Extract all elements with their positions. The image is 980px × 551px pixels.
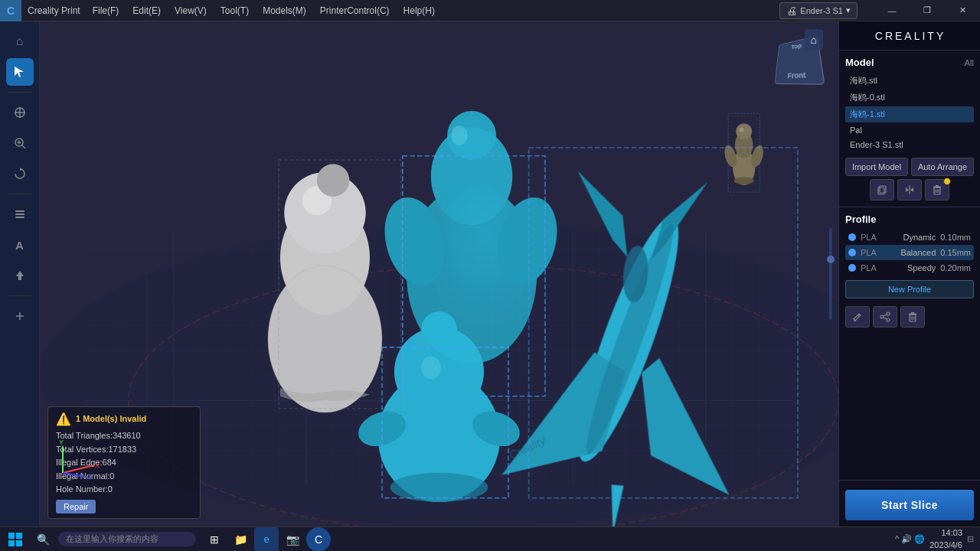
model-all-action[interactable]: All <box>965 58 974 67</box>
svg-point-50 <box>736 123 752 139</box>
model-list: 海鸥.stl 海鸥-0.stl 海鸥-1.stl Pal Ender-3 S1.… <box>845 73 974 152</box>
menu-tool[interactable]: Tool(T) <box>214 2 255 19</box>
svg-rect-62 <box>878 187 884 194</box>
menu-edit[interactable]: Edit(E) <box>126 2 167 19</box>
menu-models[interactable]: Models(M) <box>256 2 312 19</box>
model-item-3[interactable]: Pal <box>845 123 974 137</box>
svg-marker-65 <box>906 187 909 192</box>
start-slice-button[interactable]: Start Slice <box>845 490 974 520</box>
menu-help[interactable]: Help(H) <box>397 2 441 19</box>
tool-zoom[interactable] <box>6 129 34 157</box>
delete-model-button[interactable] <box>925 179 949 201</box>
zoom-controls <box>829 228 832 320</box>
profile-item-2[interactable]: PLA Speedy 0.20mm <box>845 260 974 276</box>
menu-printer-control[interactable]: PrinterControl(C) <box>314 2 396 19</box>
start-button[interactable] <box>0 527 31 552</box>
auto-arrange-button[interactable]: Auto Arrange <box>911 158 974 176</box>
svg-point-77 <box>887 318 890 321</box>
brand-header: CREALITY <box>839 21 980 51</box>
model-figurine <box>722 113 765 191</box>
svg-point-37 <box>421 357 441 380</box>
zoom-slider-track[interactable] <box>829 228 832 320</box>
repair-button[interactable]: Repair <box>56 500 96 514</box>
right-panel: CREALITY Model All 海鸥.stl 海鸥-0.stl 海鸥-1.… <box>838 21 980 527</box>
tool-select[interactable] <box>6 58 34 86</box>
home-view-button[interactable]: ⌂ <box>805 29 823 51</box>
window-controls: — ❐ ✕ <box>874 0 980 21</box>
model-item-2[interactable]: 海鸥-1.stl <box>845 106 974 122</box>
taskbar-taskview[interactable]: ⊞ <box>202 527 227 552</box>
printer-selector[interactable]: 🖨 Ender-3 S1 ▾ <box>779 2 858 19</box>
model-white-ghost <box>268 164 382 412</box>
taskbar-edge[interactable]: e <box>254 527 279 552</box>
new-profile-button[interactable]: New Profile <box>845 280 974 298</box>
tool-settings[interactable] <box>6 302 34 330</box>
titlebar: C Creality Print File(F) Edit(E) View(V)… <box>0 0 980 21</box>
svg-rect-88 <box>8 540 15 546</box>
tool-text[interactable]: A <box>6 231 34 259</box>
menu-bar: File(F) Edit(E) View(V) Tool(T) Models(M… <box>87 2 441 19</box>
menu-file[interactable]: File(F) <box>87 2 126 19</box>
svg-rect-86 <box>8 533 15 539</box>
restore-button[interactable]: ❐ <box>910 0 945 21</box>
svg-point-30 <box>317 164 350 197</box>
axis-indicator: X Y Z <box>55 439 101 481</box>
svg-marker-66 <box>910 187 913 192</box>
system-clock: 14:03 2023/4/6 <box>929 527 962 551</box>
profile-section-header: Profile <box>845 214 974 225</box>
svg-marker-42 <box>570 171 635 257</box>
clock-date: 2023/4/6 <box>929 540 962 551</box>
tool-rotate[interactable] <box>6 160 34 187</box>
menu-view[interactable]: View(V) <box>168 2 213 19</box>
copy-model-button[interactable] <box>870 179 894 201</box>
taskbar-search-bar[interactable]: 在这里输入你搜索的内容 <box>58 532 196 546</box>
app-title: Creality Print <box>21 5 87 16</box>
model-section-header: Model All <box>845 57 974 68</box>
mirror-model-button[interactable] <box>897 179 922 201</box>
svg-point-54 <box>734 177 754 184</box>
svg-marker-45 <box>607 484 623 527</box>
svg-line-56 <box>63 465 93 473</box>
svg-marker-8 <box>20 168 22 171</box>
invalid-model-label: 1 Model(s) Invalid <box>76 412 146 426</box>
svg-rect-9 <box>15 210 24 212</box>
share-profile-button[interactable] <box>873 306 897 328</box>
warning-row: ⚠️ 1 Model(s) Invalid <box>56 412 192 426</box>
svg-marker-0 <box>15 67 24 77</box>
svg-rect-63 <box>880 186 886 193</box>
import-model-button[interactable]: Import Model <box>845 158 908 176</box>
svg-line-73 <box>858 315 860 317</box>
svg-rect-72 <box>936 185 939 187</box>
taskbar-camera[interactable]: 📷 <box>280 527 305 552</box>
model-blue-duck-top <box>375 111 566 364</box>
svg-marker-12 <box>16 271 24 280</box>
taskbar-file-explorer[interactable]: 📁 <box>228 527 253 552</box>
tool-upload[interactable] <box>6 262 34 289</box>
tool-layers[interactable] <box>6 201 34 228</box>
left-toolbar: ⌂ A <box>0 21 40 527</box>
svg-rect-11 <box>15 217 24 218</box>
profile-item-1[interactable]: PLA Balanced 0.15mm <box>845 245 974 260</box>
tool-transform[interactable] <box>6 99 34 126</box>
profile-list: PLA Dynamic 0.10mm PLA Balanced 0.15mm P… <box>845 230 974 276</box>
svg-rect-89 <box>16 540 22 546</box>
zoom-slider-thumb[interactable] <box>827 256 835 263</box>
profile-icon-row <box>845 306 974 328</box>
profile-item-0[interactable]: PLA Dynamic 0.10mm <box>845 230 974 245</box>
clock-time: 14:03 <box>929 527 962 539</box>
taskbar-app-icon[interactable]: C <box>306 527 331 552</box>
profile-section: Profile PLA Dynamic 0.10mm PLA Balanced … <box>839 207 980 481</box>
edit-profile-button[interactable] <box>845 306 870 328</box>
hole-number-label: Hole Number:0 <box>56 483 192 497</box>
main-area: ⌂ A <box>0 21 980 527</box>
model-item-4[interactable]: Ender-3 S1.stl <box>845 138 974 152</box>
delete-profile-button[interactable] <box>900 306 925 328</box>
svg-line-60 <box>63 473 86 477</box>
minimize-button[interactable]: — <box>874 0 910 21</box>
model-item-0[interactable]: 海鸥.stl <box>845 73 974 89</box>
svg-line-5 <box>22 145 25 148</box>
close-button[interactable]: ✕ <box>945 0 980 21</box>
model-item-1[interactable]: 海鸥-0.stl <box>845 90 974 106</box>
viewport[interactable]: Creality <box>40 21 838 527</box>
tool-home[interactable]: ⌂ <box>6 28 34 55</box>
